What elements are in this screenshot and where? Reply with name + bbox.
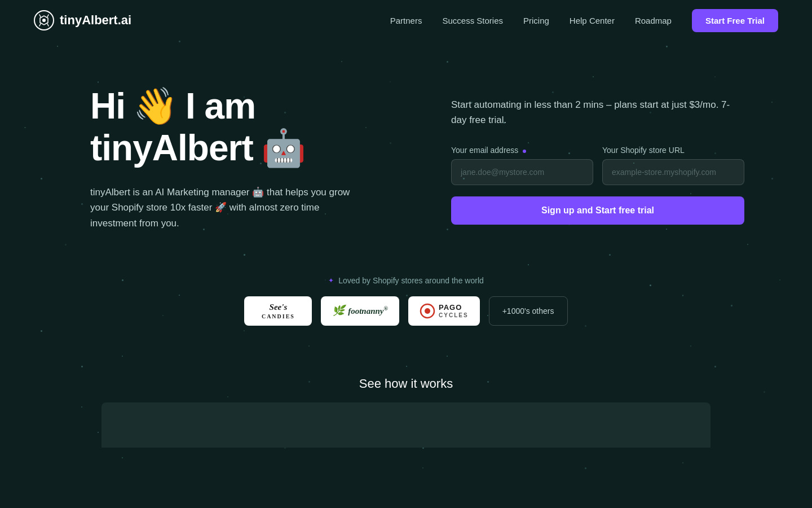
see-how-title: See how it works [0, 376, 812, 391]
star [422, 467, 423, 468]
logo[interactable]: tinyAlbert.ai [34, 10, 131, 30]
shopify-url-label: Your Shopify store URL [602, 146, 744, 155]
signup-form-row: Your email address Your Shopify store UR… [451, 146, 744, 185]
svg-point-3 [425, 308, 430, 314]
nav-link-success-stories[interactable]: Success Stories [442, 16, 503, 25]
star [585, 467, 586, 469]
logo-text: tinyAlbert.ai [60, 13, 131, 28]
brand-sees-candies[interactable]: See's CANDIES [244, 296, 312, 326]
brand-logos: See's CANDIES 🌿 footnanny® PAGO CYCLES [0, 296, 812, 326]
brand-footnanny[interactable]: 🌿 footnanny® [321, 296, 399, 326]
star [682, 462, 683, 463]
hero-section: Hi 👋 I am tinyAlbert 🤖 tinyAlbert is an … [0, 41, 812, 265]
hero-title: Hi 👋 I am tinyAlbert 🤖 [90, 86, 406, 169]
sees-candies-text: See's CANDIES [262, 302, 295, 321]
email-form-group: Your email address [451, 146, 593, 185]
social-proof-section: Loved by Shopify stores around the world… [0, 265, 812, 349]
loved-text: Loved by Shopify stores around the world [0, 276, 812, 285]
nav-link-pricing[interactable]: Pricing [523, 16, 549, 25]
wave-emoji: 👋 [133, 86, 178, 128]
svg-point-1 [42, 19, 46, 22]
navbar: tinyAlbert.ai Partners Success Stories P… [0, 0, 812, 41]
hero-title-name: tinyAlbert [90, 128, 253, 169]
signup-button[interactable]: Sign up and Start free trial [451, 196, 744, 225]
brand-pago-cycles[interactable]: PAGO CYCLES [408, 296, 480, 326]
nav-link-roadmap[interactable]: Roadmap [635, 16, 672, 25]
hero-right: Start automating in less than 2 mins – p… [451, 86, 744, 225]
brand-others[interactable]: +1000's others [489, 296, 568, 326]
email-input[interactable] [451, 159, 593, 185]
hero-subtitle-text: tinyAlbert is an AI Marketing manager 🤖 … [90, 187, 350, 228]
pago-cycles-text: PAGO CYCLES [420, 303, 469, 319]
robot-emoji: 🤖 [261, 128, 306, 169]
see-how-section: See how it works [0, 348, 812, 459]
footnanny-text: 🌿 footnanny® [332, 305, 388, 317]
shopify-url-input[interactable] [602, 159, 744, 185]
video-placeholder[interactable] [102, 402, 710, 448]
shopify-url-form-group: Your Shopify store URL [602, 146, 744, 185]
email-label: Your email address [451, 146, 593, 155]
nav-link-partners[interactable]: Partners [390, 16, 422, 25]
logo-icon [34, 10, 54, 30]
start-free-trial-button[interactable]: Start Free Trial [692, 9, 778, 32]
required-dot-email [523, 150, 526, 153]
brand-others-text: +1000's others [502, 306, 554, 316]
hero-left: Hi 👋 I am tinyAlbert 🤖 tinyAlbert is an … [90, 86, 406, 231]
hero-subtitle: tinyAlbert is an AI Marketing manager 🤖 … [90, 185, 361, 231]
nav-link-help-center[interactable]: Help Center [570, 16, 615, 25]
hero-title-hi: Hi [90, 86, 125, 128]
nav-links: Partners Success Stories Pricing Help Ce… [390, 9, 778, 32]
hero-description: Start automating in less than 2 mins – p… [451, 97, 744, 128]
hero-title-iam: I am [186, 86, 255, 128]
